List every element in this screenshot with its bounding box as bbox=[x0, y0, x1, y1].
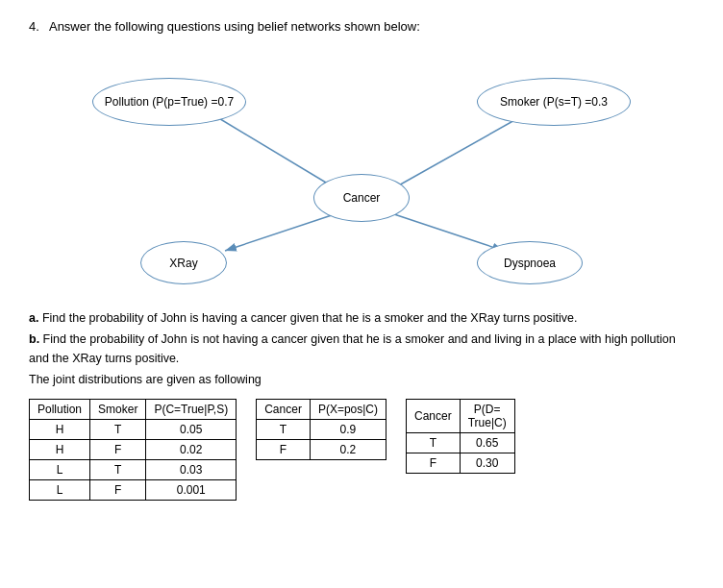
table-row: LT0.03 bbox=[30, 460, 237, 480]
table3-col1-header: Cancer bbox=[407, 400, 461, 433]
table-cancer-xray: Cancer P(X=pos|C) T0.9F0.2 bbox=[256, 399, 386, 460]
dyspnoea-label: Dyspnoea bbox=[504, 257, 556, 270]
svg-line-3 bbox=[225, 212, 340, 251]
table-row: LF0.001 bbox=[30, 480, 237, 501]
table-row: T0.65 bbox=[407, 433, 515, 453]
table2-col2-header: P(X=pos|C) bbox=[310, 400, 386, 420]
question-number: 4. bbox=[29, 19, 39, 34]
question-text: Answer the following questions using bel… bbox=[49, 19, 420, 34]
table-row: T0.9 bbox=[257, 420, 386, 440]
tables-container: Pollution Smoker P(C=True|P,S) HT0.05HF0… bbox=[29, 399, 694, 501]
cancer-label: Cancer bbox=[343, 191, 381, 205]
table-row: F0.2 bbox=[257, 440, 386, 460]
svg-line-4 bbox=[388, 212, 504, 251]
svg-line-1 bbox=[212, 114, 340, 191]
table1-col2-header: Smoker bbox=[90, 400, 146, 420]
xray-node: XRay bbox=[140, 241, 227, 284]
svg-line-2 bbox=[388, 114, 525, 191]
question-header: 4. Answer the following questions using … bbox=[29, 19, 694, 34]
pollution-node: Pollution (P(p=True) =0.7 bbox=[92, 78, 246, 126]
table1-col3-header: P(C=True|P,S) bbox=[146, 400, 237, 420]
cancer-node: Cancer bbox=[313, 174, 410, 222]
table-row: HF0.02 bbox=[30, 440, 237, 460]
parts-section: a. Find the probability of John is havin… bbox=[29, 308, 694, 389]
table2-col1-header: Cancer bbox=[257, 400, 311, 420]
belief-network-diagram: Pollution (P(p=True) =0.7 Smoker (P(s=T)… bbox=[35, 49, 688, 299]
pollution-label: Pollution (P(p=True) =0.7 bbox=[105, 95, 234, 109]
smoker-node: Smoker (P(s=T) =0.3 bbox=[477, 78, 631, 126]
table3-col2-header: P(D=True|C) bbox=[460, 400, 514, 433]
smoker-label: Smoker (P(s=T) =0.3 bbox=[500, 95, 608, 109]
table-row: HT0.05 bbox=[30, 420, 237, 440]
dyspnoea-node: Dyspnoea bbox=[477, 241, 583, 284]
xray-label: XRay bbox=[169, 257, 197, 270]
table-pollution-smoker: Pollution Smoker P(C=True|P,S) HT0.05HF0… bbox=[29, 399, 237, 501]
table-row: F0.30 bbox=[407, 453, 515, 474]
part-b: b. Find the probability of John is not h… bbox=[29, 330, 694, 368]
joint-intro: The joint distributions are given as fol… bbox=[29, 370, 694, 389]
part-a: a. Find the probability of John is havin… bbox=[29, 308, 694, 328]
table1-col1-header: Pollution bbox=[30, 400, 90, 420]
table-cancer-dyspnoea: Cancer P(D=True|C) T0.65F0.30 bbox=[406, 399, 515, 474]
